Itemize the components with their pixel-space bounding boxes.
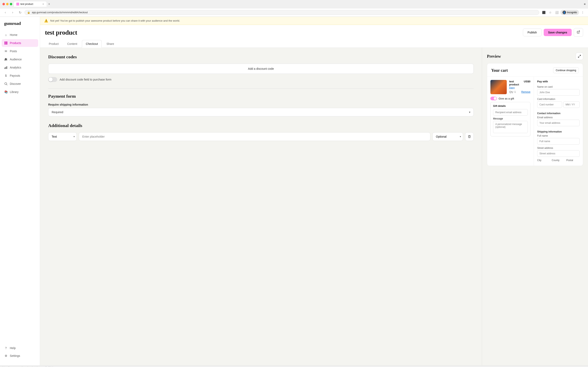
save-button[interactable]: Save changes	[544, 29, 572, 36]
sidebar-item-help[interactable]: ? Help	[2, 344, 38, 352]
discount-toggle-label: Add discount code field to purchase form	[60, 78, 112, 81]
logo-text: gumroad	[4, 21, 36, 26]
bookmark-icon[interactable]: ☆	[547, 9, 553, 15]
window-controls: ≡	[584, 2, 586, 6]
gift-toggle[interactable]	[490, 97, 497, 100]
status-bar: https://app.gumroad.com/products/mmmmd/e…	[0, 365, 588, 367]
menu-icon[interactable]: ⋮	[580, 9, 586, 15]
additional-section: Additional details Text Number Checkbox …	[48, 123, 474, 141]
contact-info-label: Contact information	[537, 112, 580, 115]
discount-toggle[interactable]	[48, 77, 57, 82]
products-icon	[4, 41, 8, 45]
product-by[interactable]: Daisy	[509, 86, 524, 89]
svg-rect-6	[4, 67, 5, 69]
sidebar-item-settings[interactable]: ⚙ Settings	[2, 352, 38, 360]
placeholder-input[interactable]	[79, 132, 430, 141]
full-name-input[interactable]	[537, 138, 580, 145]
gift-row: Give as a gift	[490, 97, 530, 100]
sidebar-item-label: Help	[10, 346, 16, 350]
product-info: test product Daisy US$0 Qty: 1 Remove	[509, 80, 530, 94]
email-input[interactable]	[537, 120, 580, 126]
sidebar-item-posts[interactable]: ✉ Posts	[2, 47, 38, 55]
tab-checkout[interactable]: Checkout	[82, 40, 102, 48]
svg-point-9	[5, 83, 7, 85]
sidebar-item-products[interactable]: Products	[2, 39, 38, 47]
sidebar-item-audience[interactable]: Audience	[2, 55, 38, 63]
type-select-wrapper: Text Number Checkbox ▾	[48, 132, 77, 141]
settings-icon: ⚙	[4, 354, 8, 358]
card-expiry-input[interactable]	[563, 101, 580, 108]
maximize-dot[interactable]	[10, 3, 12, 5]
external-link-button[interactable]	[574, 28, 583, 37]
notification-bar: ⚠️ Not yet! You've got to publish your a…	[40, 17, 588, 25]
optional-select[interactable]: Optional Required	[432, 132, 463, 141]
address-bar[interactable]: 🔒 app.gumroad.com/products/mmmmd/edit#ch…	[25, 10, 539, 15]
delete-row-button[interactable]	[465, 132, 474, 141]
reload-button[interactable]: ↻	[17, 9, 23, 15]
name-on-card-input[interactable]	[537, 89, 580, 96]
tabs: Product Content Checkout Share	[40, 40, 588, 48]
type-select[interactable]: Text Number Checkbox	[48, 132, 77, 141]
incognito-button[interactable]: 👤 Incognito	[561, 10, 579, 15]
sidebar-item-discover[interactable]: Discover	[2, 80, 38, 88]
app-layout: gumroad ⌂ Home Products ✉ Posts Aud	[0, 17, 588, 365]
street-label: Street address	[537, 147, 580, 150]
gift-toggle-knob	[494, 97, 497, 100]
shipping-select[interactable]: Not required Optional Required	[48, 108, 474, 117]
warning-icon: ⚠️	[44, 19, 48, 23]
tab-product[interactable]: Product	[45, 40, 62, 48]
sidebar-item-analytics[interactable]: Analytics	[2, 64, 38, 71]
close-dot[interactable]	[2, 3, 5, 5]
sidebar-item-label: Discover	[10, 82, 21, 85]
profile-icon[interactable]: ⬜	[554, 9, 560, 15]
street-input[interactable]	[537, 150, 580, 157]
sidebar-item-payouts[interactable]: $ Payouts	[2, 72, 38, 80]
message-input[interactable]	[493, 121, 528, 133]
sidebar-item-label: Audience	[10, 58, 22, 61]
header-area: ⚠️ Not yet! You've got to publish your a…	[40, 17, 588, 48]
discount-toggle-row: Add discount code field to purchase form	[48, 77, 474, 82]
tab-content[interactable]: Content	[63, 40, 81, 48]
tab-close-icon[interactable]: ✕	[42, 3, 44, 6]
sidebar-item-label: Library	[10, 90, 18, 94]
recipient-email-input[interactable]	[493, 109, 528, 116]
cart-preview: Your cart Continue shopping	[487, 63, 583, 166]
svg-point-4	[5, 58, 6, 59]
card-number-input[interactable]	[537, 101, 562, 108]
cart-title: Your cart	[491, 68, 508, 73]
forward-button[interactable]: ›	[10, 9, 16, 15]
svg-line-10	[7, 84, 7, 85]
minimize-dot[interactable]	[6, 3, 9, 5]
shipping-select-wrapper: Not required Optional Required ▾	[48, 108, 474, 117]
content-body: Discount codes Add a discount code Add d…	[40, 48, 588, 365]
sidebar-item-label: Home	[10, 33, 17, 36]
cast-icon[interactable]: ⬛	[541, 9, 546, 15]
shipping-info-label: Shipping information	[537, 130, 580, 133]
browser-tab[interactable]: test product ✕	[14, 1, 47, 7]
right-panel: Preview Your cart Continue shopping	[482, 48, 588, 365]
discover-icon	[4, 82, 8, 86]
sidebar-item-library[interactable]: 📚 Library	[2, 88, 38, 96]
sidebar-item-label: Products	[10, 42, 21, 45]
url-text: app.gumroad.com/products/mmmmd/edit#chec…	[32, 11, 536, 14]
email-label: Email address	[537, 116, 580, 119]
message-label: Message	[493, 117, 528, 120]
cart-header: Your cart Continue shopping	[487, 63, 583, 77]
posts-icon: ✉	[4, 49, 8, 53]
gift-details-title: Gift details	[493, 105, 528, 108]
publish-button[interactable]: Publish	[523, 29, 542, 36]
name-on-card-label: Name on card	[537, 85, 580, 88]
county-label: County	[552, 159, 565, 162]
continue-shopping-button[interactable]: Continue shopping	[553, 67, 579, 73]
sidebar-item-home[interactable]: ⌂ Home	[2, 31, 38, 39]
optional-select-wrapper: Optional Required ▾	[432, 132, 463, 141]
remove-button[interactable]: Remove	[521, 91, 530, 93]
preview-expand-button[interactable]	[576, 53, 583, 60]
product-price: US$0	[524, 80, 530, 83]
sidebar-bottom: ? Help ⚙ Settings	[0, 342, 40, 361]
tab-share[interactable]: Share	[103, 40, 118, 48]
add-discount-button[interactable]: Add a discount code	[48, 64, 474, 74]
svg-rect-1	[6, 42, 7, 43]
back-button[interactable]: ‹	[2, 9, 8, 15]
new-tab-button[interactable]: +	[48, 2, 50, 6]
